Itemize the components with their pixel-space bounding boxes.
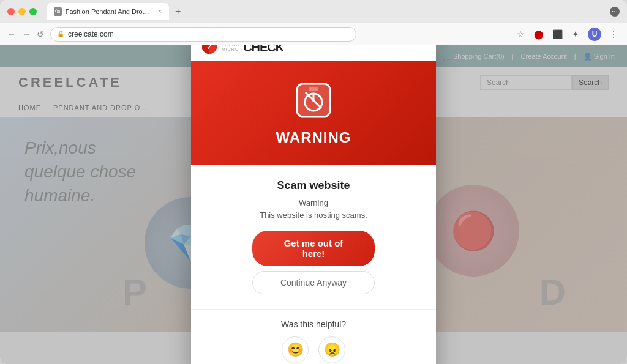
menu-dots[interactable]: ⋮ — [607, 28, 620, 40]
back-button[interactable]: ← — [7, 29, 16, 39]
get-out-button[interactable]: Get me out of here! — [252, 231, 375, 266]
browser-titlebar: 🛍 Fashion Pendant And Drop Or... × + ⋯ — [0, 0, 627, 23]
extension-icon-2[interactable]: ⬛ — [551, 28, 563, 40]
extension-icon-3[interactable]: ✦ — [569, 28, 582, 40]
tm-logo-text: TREND MICRO CHECK — [222, 45, 283, 54]
profile-avatar[interactable]: U — [588, 28, 601, 41]
helpful-buttons: 😊 😠 — [282, 336, 345, 363]
traffic-lights — [7, 8, 37, 15]
continue-anyway-button[interactable]: Continue Anyway — [252, 271, 375, 294]
close-traffic-light[interactable] — [7, 8, 15, 15]
page-content: 🛒 Shopping Cart(0) | Create Account | 👤 … — [0, 45, 627, 364]
browser-window: 🛍 Fashion Pendant And Drop Or... × + ⋯ ←… — [0, 0, 627, 364]
tm-logo-bar: ✓ TREND MICRO CHECK — [191, 45, 436, 61]
tab-title: Fashion Pendant And Drop Or... — [66, 8, 152, 15]
toolbar-icons: ☆ ⬤ ⬛ ✦ U ⋮ — [514, 28, 620, 41]
address-bar: ← → ↺ 🔒 creelcate.com ☆ ⬤ ⬛ ✦ U ⋮ — [0, 23, 627, 45]
warning-shield-icon — [292, 79, 335, 122]
refresh-button[interactable]: ↺ — [37, 29, 44, 39]
warning-line2: This website is hosting scams. — [260, 209, 367, 221]
modal-warning-header: WARNING — [191, 61, 436, 165]
lock-icon: 🔒 — [57, 31, 64, 37]
modal-warning-title: WARNING — [276, 129, 351, 146]
warning-line1: Warning — [260, 197, 367, 209]
modal-site-title: Scam website — [277, 179, 350, 192]
active-tab[interactable]: 🛍 Fashion Pendant And Drop Or... × — [47, 3, 169, 20]
warning-modal: ✓ TREND MICRO CHECK × — [191, 45, 436, 364]
maximize-traffic-light[interactable] — [29, 8, 37, 15]
new-tab-button[interactable]: + — [171, 5, 184, 18]
tab-bar: 🛍 Fashion Pendant And Drop Or... × + — [47, 3, 605, 20]
thumbs-up-button[interactable]: 😊 — [282, 336, 309, 363]
bookmark-icon[interactable]: ☆ — [514, 28, 527, 40]
tm-micro-label: MICRO — [222, 47, 239, 51]
modal-warning-text: Warning This website is hosting scams. — [260, 197, 367, 221]
forward-button[interactable]: → — [22, 29, 31, 39]
thumbs-down-button[interactable]: 😠 — [318, 336, 345, 363]
helpful-section: Was this helpful? 😊 😠 — [191, 309, 436, 364]
url-field[interactable]: 🔒 creelcate.com — [50, 27, 356, 42]
helpful-label: Was this helpful? — [281, 319, 346, 329]
tm-shield-icon: ✓ — [201, 45, 218, 56]
browser-menu-icon[interactable]: ⋯ — [610, 7, 620, 17]
minimize-traffic-light[interactable] — [18, 8, 26, 15]
modal-body: Scam website Warning This website is hos… — [191, 165, 436, 309]
tab-close-button[interactable]: × — [158, 8, 162, 15]
url-text: creelcate.com — [68, 30, 114, 39]
svg-text:✓: ✓ — [206, 45, 212, 51]
extension-icon-red[interactable]: ⬤ — [533, 28, 545, 40]
modal-backdrop: ✓ TREND MICRO CHECK × — [0, 45, 627, 364]
tm-check-label: CHECK — [243, 45, 283, 54]
tab-favicon: 🛍 — [54, 7, 62, 16]
